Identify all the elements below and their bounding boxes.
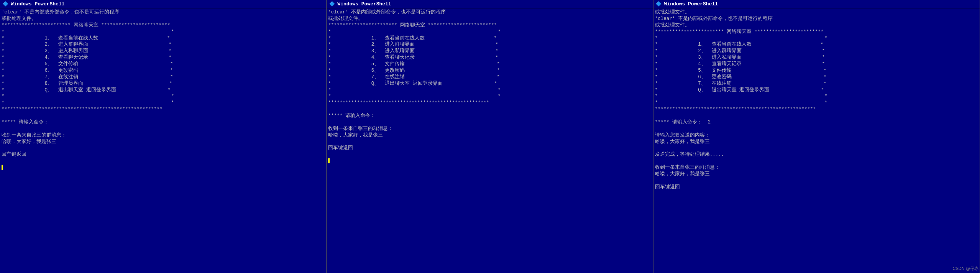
title-text-1: Windows PowerShell (11, 1, 64, 7)
window-3: 🔷 Windows PowerShell 或批处理文件。 'clear' 不是内… (653, 0, 980, 273)
content-area-3[interactable]: 或批处理文件。 'clear' 不是内部或外部命令，也不是可运行的程序 或批处理… (653, 8, 980, 273)
content-area-2[interactable]: 'clear' 不是内部或外部命令，也不是可运行的程序 或批处理文件。 ****… (327, 8, 653, 273)
powershell-icon-3: 🔷 (656, 1, 662, 7)
title-bar-2: 🔷 Windows PowerShell (327, 0, 653, 8)
powershell-icon-2: 🔷 (329, 1, 335, 7)
window-2: 🔷 Windows PowerShell 'clear' 不是内部或外部命令，也… (327, 0, 653, 273)
content-area-1[interactable]: 'clear' 不是内部或外部命令，也不是可运行的程序 或批处理文件。 ****… (0, 8, 326, 273)
title-bar-3: 🔷 Windows PowerShell (653, 0, 980, 8)
title-bar-1: 🔷 Windows PowerShell (0, 0, 326, 8)
title-text-3: Windows PowerShell (664, 1, 718, 7)
title-text-2: Windows PowerShell (337, 1, 391, 7)
watermark: CSDN @仔赤 (953, 266, 978, 271)
window-1: 🔷 Windows PowerShell 'clear' 不是内部或外部命令，也… (0, 0, 327, 273)
powershell-icon-1: 🔷 (2, 1, 8, 7)
